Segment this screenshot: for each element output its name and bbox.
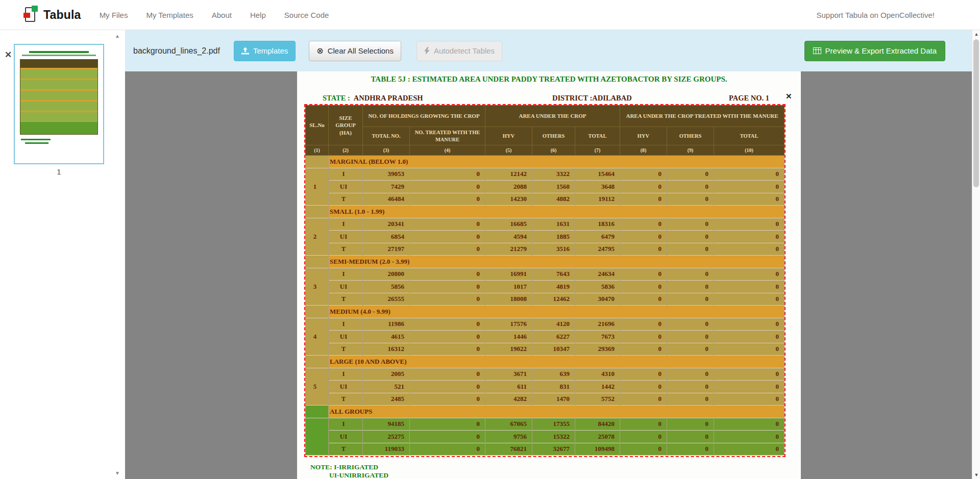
thumbnail-text-line	[22, 55, 96, 56]
templates-button[interactable]: Templates	[234, 41, 296, 61]
state-field: STATE :ANDHRA PRADESH	[323, 94, 423, 103]
templates-button-label: Templates	[253, 46, 288, 55]
page-number-label: 1	[14, 168, 104, 176]
logo-red-shape	[23, 13, 30, 18]
lightning-icon	[424, 47, 430, 55]
thumbnail-table-header	[20, 60, 97, 68]
page-thumbnail[interactable]	[14, 44, 104, 164]
sidebar-scroll-up-icon[interactable]: ▲	[115, 33, 120, 39]
scrollbar-thumb[interactable]	[973, 39, 979, 187]
pdf-canvas[interactable]: TABLE 5J : ESTIMATED AREA UNDER PADDY TR…	[125, 71, 972, 479]
brand-link[interactable]: Tabula	[23, 6, 81, 24]
remove-selection-icon[interactable]: ✕	[786, 92, 792, 101]
clear-selections-icon: ⊗	[316, 47, 323, 55]
preview-export-button[interactable]: Preview & Export Extracted Data	[804, 41, 945, 61]
scrollbar-down-icon[interactable]: ▼	[972, 471, 980, 479]
pdf-note-line1: NOTE: I-IRRIGATED	[310, 463, 378, 471]
toolbar: background_lines_2.pdf Templates ⊗ Clear…	[125, 30, 972, 71]
district-value: ADILABAD	[592, 94, 631, 102]
district-label: DISTRICT :	[552, 94, 592, 102]
autodetect-button-label: Autodetect Tables	[434, 46, 495, 55]
table-icon	[813, 47, 821, 54]
page-no-label: PAGE NO. 1	[729, 94, 769, 103]
district-field: DISTRICT :ADILABAD	[552, 94, 632, 103]
filename-label: background_lines_2.pdf	[133, 46, 220, 56]
pdf-table-title: TABLE 5J : ESTIMATED AREA UNDER PADDY TR…	[297, 75, 801, 84]
thumbnail-table-footer	[20, 122, 97, 134]
main-nav: My Files My Templates About Help Source …	[100, 11, 329, 19]
clear-all-selections-button[interactable]: ⊗ Clear All Selections	[309, 41, 401, 61]
thumbnail-table	[20, 59, 98, 135]
remove-page-icon[interactable]: ✕	[5, 49, 12, 60]
state-value: ANDHRA PRADESH	[354, 94, 423, 102]
sidebar: ✕ 1 ▲ ▼	[0, 30, 125, 479]
tabula-logo-icon	[23, 6, 38, 24]
selection-box[interactable]	[304, 104, 786, 457]
thumbnail-note-line	[21, 139, 51, 140]
pdf-page[interactable]: TABLE 5J : ESTIMATED AREA UNDER PADDY TR…	[297, 71, 801, 479]
sidebar-scroll-down-icon[interactable]: ▼	[115, 470, 120, 476]
brand-title: Tabula	[43, 8, 81, 22]
nav-my-templates[interactable]: My Templates	[146, 11, 193, 19]
pdf-note-line2: UI-UNIRRIGATED	[329, 471, 388, 479]
thumbnail-note-line	[25, 142, 48, 144]
support-link[interactable]: Support Tabula on OpenCollective!	[816, 11, 935, 19]
nav-source-code[interactable]: Source Code	[284, 11, 329, 19]
state-label: STATE :	[323, 94, 350, 102]
top-navbar: Tabula My Files My Templates About Help …	[0, 0, 980, 30]
logo-green-shape	[32, 6, 38, 12]
export-button-label: Preview & Export Extracted Data	[825, 46, 937, 55]
pdf-meta-row: STATE :ANDHRA PRADESH DISTRICT :ADILABAD…	[297, 94, 801, 103]
thumbnail-table-body	[20, 68, 97, 122]
template-upload-icon	[241, 47, 249, 55]
autodetect-tables-button[interactable]: Autodetect Tables	[416, 41, 502, 61]
scrollbar-up-icon[interactable]: ▲	[972, 30, 980, 38]
nav-about[interactable]: About	[212, 11, 232, 19]
nav-help[interactable]: Help	[250, 11, 266, 19]
nav-my-files[interactable]: My Files	[100, 11, 128, 19]
clear-button-label: Clear All Selections	[328, 46, 394, 55]
thumbnail-title-line	[29, 51, 89, 53]
page-scrollbar[interactable]: ▲ ▼	[972, 30, 980, 479]
